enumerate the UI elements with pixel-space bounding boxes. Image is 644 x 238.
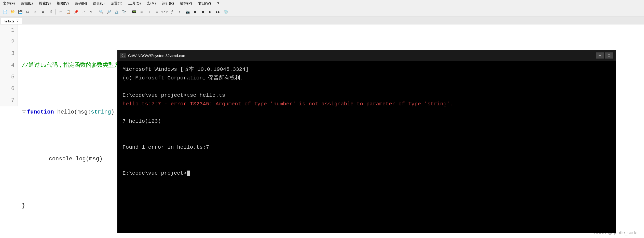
toolbar-wrap[interactable]: ⇌: [138, 9, 145, 15]
toolbar-zoom-out[interactable]: 🔭: [121, 9, 127, 15]
menu-lang[interactable]: 语言(L): [92, 1, 105, 6]
toolbar-record[interactable]: ⏺: [192, 9, 198, 15]
toolbar-run2[interactable]: ⚡: [176, 9, 183, 15]
cmd-line-2: (c) Microsoft Corporation。保留所有权利。: [122, 74, 611, 82]
toolbar-sep2: [96, 9, 96, 15]
console-log: console.log(msg): [49, 153, 103, 165]
menu-bar: 文件(F) 编辑(E) 搜索(S) 视图(V) 编码(N) 语言(L) 设置(T…: [0, 0, 644, 7]
cmd-minimize-button[interactable]: ─: [596, 52, 604, 59]
cmd-line-1: Microsoft Windows [版本 10.0.19045.3324]: [122, 65, 611, 74]
cmd-line-6: [122, 108, 611, 117]
menu-file[interactable]: 文件(F): [2, 1, 16, 6]
menu-macro[interactable]: 宏(M): [146, 1, 157, 6]
cmd-line-4: E:\code\vue_project>tsc hello.ts: [122, 91, 611, 100]
line-num-4: 4: [0, 60, 15, 71]
cmd-body: Microsoft Windows [版本 10.0.19045.3324] (…: [117, 61, 616, 233]
toolbar: 📄 📂 💾 🗂 ✕ ⊠ 🖨 ✂ 📋 📌 ↩ ↪ 🔍 🔎 🔬 🔭 📟 ⇌ ⇥ ≡ …: [0, 7, 644, 17]
cmd-line7-code: hello(123): [126, 118, 161, 124]
type-string: string: [91, 106, 111, 118]
line-num-2: 2: [0, 36, 15, 48]
cmd-title-text: C:\WINDOWS\system32\cmd.exe: [128, 53, 594, 58]
tab-bar: hello.ts ×: [0, 17, 644, 24]
menu-run[interactable]: 运行(R): [161, 1, 175, 6]
close-brace: }: [22, 200, 25, 212]
toolbar-sep1: [56, 9, 56, 15]
cmd-cursor: [187, 171, 190, 176]
cmd-restore-button[interactable]: □: [605, 52, 613, 59]
line-num-6: 6: [0, 83, 15, 95]
line-num-5: 5: [0, 71, 15, 83]
toolbar-close-all[interactable]: ⊠: [40, 9, 46, 15]
toolbar-paste[interactable]: 📌: [73, 9, 79, 15]
line-numbers: 1 2 3 4 5 6 7: [0, 24, 18, 106]
cmd-line-13[interactable]: E:\code\vue_project>: [122, 169, 611, 178]
keyword-function: function: [27, 106, 54, 118]
toolbar-stop[interactable]: ⏹: [199, 9, 206, 15]
tab-close-button[interactable]: ×: [16, 20, 19, 23]
cmd-line-12: [122, 160, 611, 169]
line-num-3: 3: [0, 48, 15, 60]
cmd-title-bar: C: C:\WINDOWS\system32\cmd.exe ─ □: [117, 50, 616, 61]
toolbar-tag[interactable]: </>: [161, 9, 168, 15]
tab-filename: hello.ts: [4, 19, 14, 23]
cmd-line-3: [122, 82, 611, 91]
toolbar-monitor[interactable]: 📟: [131, 9, 137, 15]
menu-search[interactable]: 搜索(S): [38, 1, 52, 6]
toolbar-close[interactable]: ✕: [32, 9, 39, 15]
toolbar-open[interactable]: 📂: [9, 9, 16, 15]
cmd-line-5: hello.ts:7:7 - error TS2345: Argument of…: [122, 100, 611, 108]
cmd-line-7: 7 hello(123): [122, 117, 611, 126]
cmd-window: C: C:\WINDOWS\system32\cmd.exe ─ □ Micro…: [117, 50, 616, 233]
cmd-icon: C:: [120, 53, 126, 58]
fold-indicator[interactable]: −: [22, 110, 26, 114]
toolbar-print[interactable]: 🖨: [47, 9, 54, 15]
cmd-line-8: [122, 126, 611, 134]
toolbar-find-next[interactable]: 🔎: [105, 9, 112, 15]
toolbar-cut[interactable]: ✂: [57, 9, 64, 15]
menu-plugin[interactable]: 插件(P): [179, 1, 193, 6]
menu-window[interactable]: 窗口(W): [197, 1, 212, 6]
toolbar-func[interactable]: ƒ: [169, 9, 175, 15]
toolbar-sep3: [129, 9, 129, 15]
cmd-line-9: [122, 134, 611, 143]
line-num-1: 1: [0, 24, 15, 36]
toolbar-undo[interactable]: ↩: [80, 9, 87, 15]
toolbar-find[interactable]: 🔍: [98, 9, 104, 15]
toolbar-play-all[interactable]: ▶▶: [215, 9, 221, 15]
toolbar-save2[interactable]: 💿: [222, 9, 229, 15]
cmd-title-controls: ─ □: [596, 52, 613, 59]
toolbar-copy[interactable]: 📋: [65, 9, 72, 15]
cmd-line-11: [122, 152, 611, 160]
line-num-7: 7: [0, 95, 15, 106]
toolbar-redo[interactable]: ↪: [88, 9, 94, 15]
tab-hello-ts[interactable]: hello.ts ×: [1, 18, 22, 24]
cmd-error-prefix: hello.ts:7:7 -: [122, 101, 171, 107]
menu-encode[interactable]: 编码(N): [74, 1, 88, 6]
menu-tools[interactable]: 工具(O): [127, 1, 142, 6]
func-name: hello(msg:: [54, 106, 91, 118]
cmd-line7-num: 7: [122, 118, 126, 124]
cmd-error-suffix: TS2345: Argument of type 'number' is not…: [187, 101, 453, 107]
cmd-line-10: Found 1 error in hello.ts:7: [122, 143, 611, 152]
indent-3: [22, 153, 49, 165]
toolbar-list[interactable]: ≡: [154, 9, 160, 15]
svg-text:C:: C:: [121, 54, 125, 58]
menu-settings[interactable]: 设置(T): [109, 1, 123, 6]
toolbar-camera[interactable]: 📷: [184, 9, 191, 15]
toolbar-zoom-in[interactable]: 🔬: [113, 9, 120, 15]
cmd-prompt: E:\code\vue_project>: [122, 170, 187, 176]
toolbar-new[interactable]: 📄: [2, 9, 8, 15]
toolbar-play[interactable]: ▶: [207, 9, 214, 15]
cmd-error-keyword: error: [171, 101, 187, 107]
menu-help[interactable]: ?: [216, 1, 220, 6]
toolbar-indent[interactable]: ⇥: [146, 9, 153, 15]
menu-edit[interactable]: 编辑(E): [20, 1, 34, 6]
toolbar-save-all[interactable]: 🗂: [24, 9, 31, 15]
toolbar-save[interactable]: 💾: [17, 9, 23, 15]
menu-view[interactable]: 视图(V): [56, 1, 70, 6]
